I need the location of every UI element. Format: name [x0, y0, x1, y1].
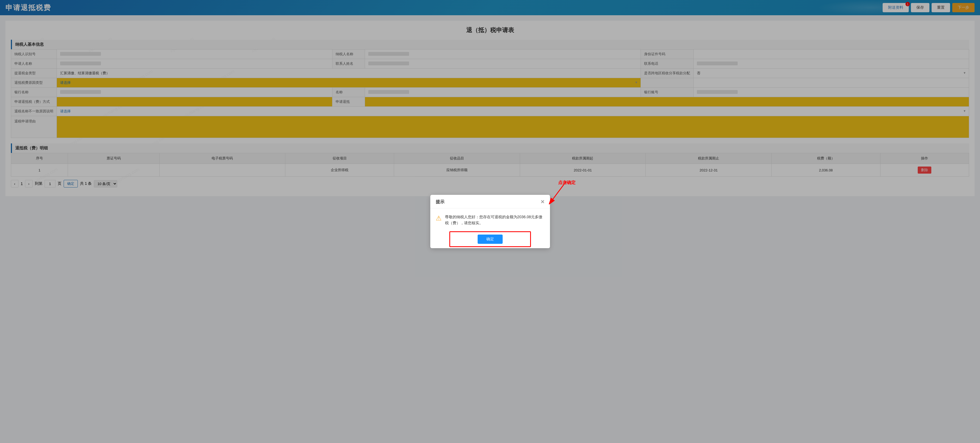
- modal-close-button[interactable]: ✕: [541, 199, 544, 202]
- modal-dialog: 提示 ✕ ⚠ 尊敬的纳税人您好：您存在可退税的金额为2036.08元多缴税（费）…: [430, 195, 550, 202]
- svg-line-0: [550, 181, 566, 202]
- modal-title: 提示: [436, 199, 444, 202]
- svg-text:点击确定: 点击确定: [558, 180, 576, 185]
- modal-overlay: 提示 ✕ ⚠ 尊敬的纳税人您好：您存在可退税的金额为2036.08元多缴税（费）…: [0, 0, 980, 202]
- modal-header: 提示 ✕: [430, 195, 550, 202]
